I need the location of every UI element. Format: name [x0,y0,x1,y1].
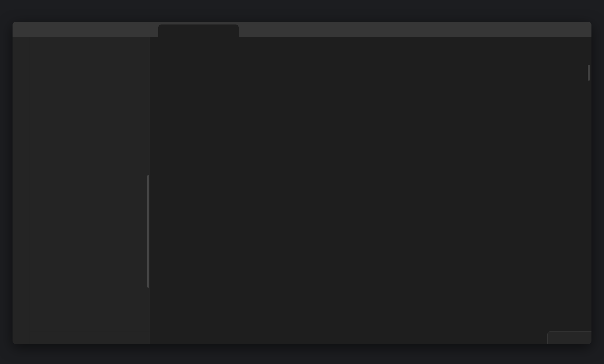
pencil-icon[interactable] [558,335,564,341]
app-window [13,22,591,344]
status-bar [547,331,591,344]
vault-switcher[interactable] [30,331,150,344]
chevrons-up-down-icon [38,335,43,340]
more-vertical-icon[interactable] [564,42,570,49]
editor-scrollbar[interactable] [588,65,590,81]
file-explorer-toolbar [30,37,150,51]
help-icon[interactable] [120,335,126,341]
gear-icon[interactable] [136,335,142,341]
editor-pane [150,37,591,344]
document-tab[interactable] [158,24,239,37]
sync-off-icon[interactable] [579,335,585,341]
plus-icon[interactable] [244,25,255,36]
book-open-icon[interactable] [550,42,557,49]
ribbon [13,37,30,344]
sidebar-scrollbar[interactable] [147,175,149,288]
workspace [13,37,591,344]
file-explorer-sidebar [30,37,150,344]
view-header [150,37,591,55]
titlebar [13,22,591,37]
file-tree [30,51,150,331]
breadcrumb [144,37,585,55]
